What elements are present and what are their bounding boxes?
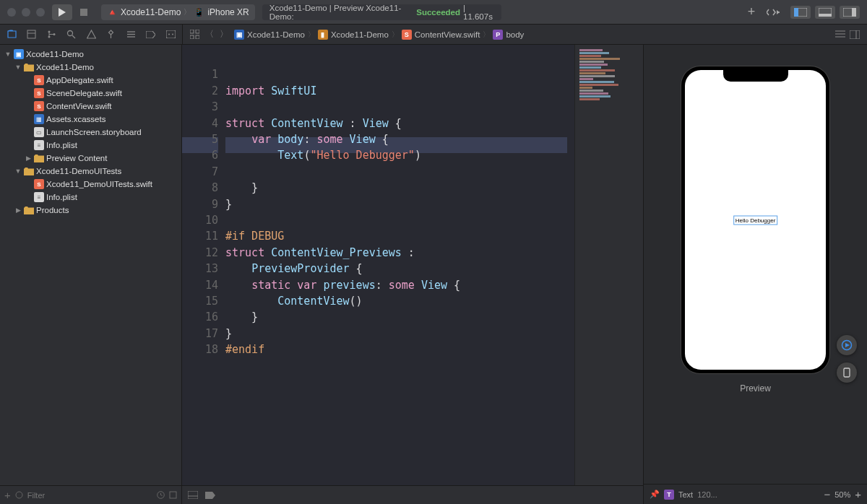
toggle-debug-button[interactable]	[815, 6, 835, 19]
activity-status[interactable]: Xcode11-Demo | Preview Xcode11-Demo: Suc…	[262, 4, 502, 20]
jumpbar-item[interactable]: Pbody	[493, 30, 524, 40]
disclosure-icon[interactable]: ▼	[14, 168, 22, 175]
tree-group[interactable]: ▶Products	[0, 204, 181, 217]
status-prefix: Xcode11-Demo | Preview Xcode11-Demo:	[269, 4, 413, 21]
chevron-right-icon: 〉	[392, 30, 399, 40]
tree-file[interactable]: SXcode11_DemoUITests.swift	[0, 178, 181, 191]
scm-filter-icon[interactable]	[169, 491, 177, 499]
library-button[interactable]: +	[741, 4, 762, 20]
jumpbar-icon: ▮	[318, 30, 328, 40]
disclosure-icon[interactable]: ▼	[4, 51, 12, 58]
tree-file[interactable]: ≡Info.plist	[0, 191, 181, 204]
filter-bar: +	[0, 485, 181, 504]
tree-label: Assets.xcassets	[46, 115, 105, 123]
zoom-in-button[interactable]: +	[855, 488, 861, 500]
zoom-window-button[interactable]	[36, 8, 45, 17]
preview-on-device-button[interactable]	[837, 362, 857, 383]
project-navigator-icon[interactable]	[2, 27, 21, 42]
svg-point-15	[68, 31, 73, 36]
scheme-selector[interactable]: 🔺 Xcode11-Demo 〉 📱 iPhone XR	[101, 4, 255, 20]
status-result: Succeeded	[416, 8, 460, 17]
svg-rect-9	[852, 8, 856, 17]
folder-icon	[34, 153, 44, 163]
tree-file[interactable]: ▦Assets.xcassets	[0, 113, 181, 126]
device-screen[interactable]: Hello Debugger	[685, 70, 826, 370]
tree-folder[interactable]: ▶Preview Content	[0, 152, 181, 165]
tree-group[interactable]: ▼Xcode11-Demo	[0, 61, 181, 74]
symbol-navigator-icon[interactable]	[42, 27, 61, 42]
tree-file[interactable]: SContentView.swift	[0, 100, 181, 113]
jumpbar-label: Xcode11-Demo	[247, 30, 305, 39]
related-items-button[interactable]	[190, 30, 199, 39]
source-control-navigator-icon[interactable]	[22, 27, 41, 42]
svg-rect-26	[196, 35, 199, 39]
folder-icon	[24, 62, 34, 72]
jumpbar-item[interactable]: SContentView.swift	[402, 30, 480, 40]
filter-input[interactable]	[27, 491, 152, 500]
stop-button[interactable]	[74, 4, 94, 20]
jumpbar-item[interactable]: ▣Xcode11-Demo	[234, 30, 305, 40]
tree-label: Xcode11_DemoUITests.swift	[46, 180, 152, 188]
debug-navigator-icon[interactable]	[121, 27, 140, 42]
breakpoints-toggle-icon[interactable]	[205, 492, 215, 499]
project-navigator: ▼▣Xcode11-Demo▼Xcode11-DemoSAppDelegate.…	[0, 45, 182, 504]
toggle-navigator-button[interactable]	[790, 6, 811, 19]
jumpbar-label: body	[506, 30, 524, 39]
code-review-button[interactable]	[763, 4, 783, 20]
app-icon: 🔺	[107, 7, 118, 17]
tree-file[interactable]: ≡Info.plist	[0, 139, 181, 152]
jumpbar-item[interactable]: ▮Xcode11-Demo	[318, 30, 389, 40]
svg-rect-43	[844, 368, 850, 377]
debug-view-icon[interactable]	[188, 491, 198, 499]
editor-options-icon[interactable]	[835, 30, 845, 39]
jumpbar-icon: P	[493, 30, 503, 40]
folder-icon	[24, 166, 34, 176]
scheme-project: Xcode11-Demo	[121, 7, 181, 17]
disclosure-icon[interactable]: ▶	[25, 155, 32, 162]
tree-file[interactable]: SSceneDelegate.swift	[0, 87, 181, 100]
project-icon: ▣	[14, 49, 24, 59]
minimize-window-button[interactable]	[22, 8, 30, 17]
report-navigator-icon[interactable]	[161, 27, 180, 42]
toggle-inspector-button[interactable]	[840, 6, 860, 19]
code-area[interactable]: import SwiftUI struct ContentView : View…	[225, 45, 574, 485]
recent-filter-icon[interactable]	[157, 491, 165, 499]
filter-scope-icon[interactable]	[15, 491, 23, 499]
adjust-editor-icon[interactable]	[850, 30, 860, 39]
tree-project-root[interactable]: ▼▣Xcode11-Demo	[0, 48, 181, 61]
selection-size-label: 120...	[697, 490, 717, 499]
svg-rect-39	[188, 491, 198, 499]
zoom-out-button[interactable]: −	[824, 488, 830, 500]
forward-button[interactable]: 〉	[220, 29, 228, 40]
disclosure-icon[interactable]: ▶	[14, 207, 22, 214]
run-button[interactable]	[52, 4, 72, 20]
add-button-icon[interactable]: +	[4, 489, 11, 501]
device-notch	[723, 70, 788, 82]
minimap[interactable]	[574, 45, 643, 485]
preview-selected-text[interactable]: Hello Debugger	[733, 215, 778, 225]
svg-point-21	[168, 34, 170, 35]
svg-point-36	[16, 492, 22, 498]
close-window-button[interactable]	[7, 8, 16, 17]
jumpbar-icon: S	[402, 30, 412, 40]
back-button[interactable]: 〈	[205, 29, 214, 40]
svg-line-16	[72, 35, 75, 38]
tree-group[interactable]: ▼Xcode11-DemoUITests	[0, 165, 181, 178]
issue-navigator-icon[interactable]	[82, 27, 100, 42]
tree-file[interactable]: ▭LaunchScreen.storyboard	[0, 126, 181, 139]
tree-file[interactable]: SAppDelegate.swift	[0, 74, 181, 87]
breakpoint-navigator-icon[interactable]	[142, 27, 160, 42]
scheme-device: iPhone XR	[207, 7, 249, 17]
disclosure-icon[interactable]: ▼	[14, 64, 22, 71]
tree-label: Xcode11-DemoUITests	[36, 167, 121, 175]
svg-marker-42	[845, 343, 850, 347]
zoom-level[interactable]: 50%	[834, 490, 850, 499]
titlebar: 🔺 Xcode11-Demo 〉 📱 iPhone XR Xcode11-Dem…	[0, 0, 867, 25]
find-navigator-icon[interactable]	[62, 27, 81, 42]
pin-preview-icon[interactable]: 📌	[650, 490, 660, 499]
source-editor: 123456789101112131415161718 import Swift…	[182, 45, 643, 504]
test-navigator-icon[interactable]	[102, 27, 121, 42]
debug-bar	[182, 485, 643, 504]
chevron-right-icon: 〉	[483, 30, 490, 40]
live-preview-button[interactable]	[837, 335, 857, 355]
